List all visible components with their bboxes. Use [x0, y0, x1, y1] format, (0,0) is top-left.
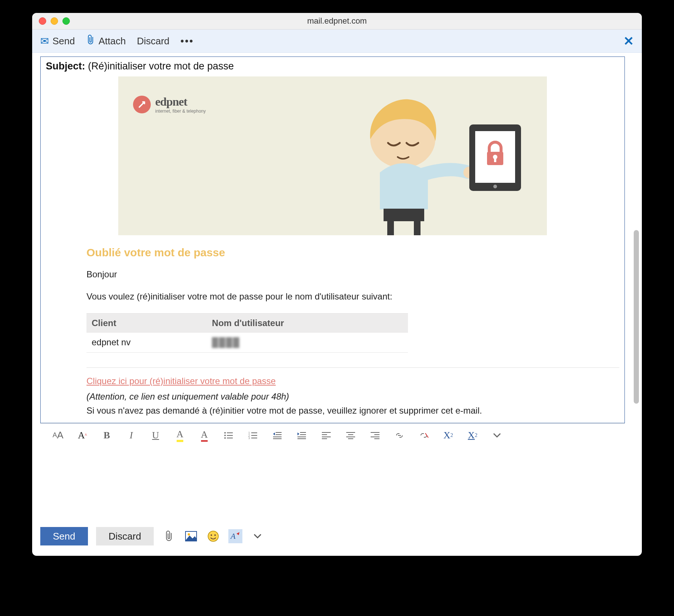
bold-icon[interactable]: B — [100, 429, 113, 442]
align-center-icon[interactable] — [344, 429, 357, 442]
link-icon[interactable] — [393, 429, 406, 442]
disclaimer-text: Si vous n'avez pas demandé à (ré)initier… — [86, 405, 619, 417]
action-more-icon[interactable] — [251, 529, 265, 543]
svg-rect-24 — [276, 434, 282, 435]
indent-icon[interactable] — [295, 429, 309, 442]
subject-line[interactable]: Subject: (Ré)initialiser votre mot de pa… — [44, 59, 621, 75]
highlight-icon[interactable]: A — [173, 429, 187, 442]
discard-action-button[interactable]: Discard — [96, 527, 154, 545]
format-more-icon[interactable] — [490, 429, 504, 442]
note-text: (Attention, ce lien est uniquement valab… — [86, 391, 619, 403]
svg-rect-33 — [322, 437, 331, 437]
svg-rect-20 — [251, 435, 257, 436]
svg-point-15 — [224, 437, 226, 439]
email-heading: Oublié votre mot de passe — [86, 246, 619, 259]
hero-banner: edpnet internet, fiber & telephony — [118, 76, 547, 235]
editor-frame: Subject: (Ré)initialiser votre mot de pa… — [40, 57, 625, 423]
zoom-window-button[interactable] — [62, 17, 70, 25]
insert-image-icon[interactable] — [184, 529, 198, 543]
intro-text: Vous voulez (ré)initialiser votre mot de… — [86, 291, 619, 302]
italic-icon[interactable]: I — [125, 429, 138, 442]
greeting-text: Bonjour — [86, 268, 619, 280]
format-toolbar: AA A^ B I U A A 123 X2 — [40, 423, 625, 447]
top-toolbar: ✉ Send Attach Discard ••• ✕ — [32, 30, 642, 53]
more-icon: ••• — [181, 35, 194, 47]
minimize-window-button[interactable] — [51, 17, 58, 25]
align-right-icon[interactable] — [368, 429, 382, 442]
email-body[interactable]: edpnet internet, fiber & telephony — [44, 76, 621, 421]
emoji-icon[interactable] — [206, 529, 220, 543]
number-list-icon[interactable]: 123 — [246, 429, 260, 442]
svg-rect-14 — [227, 435, 233, 436]
svg-rect-31 — [322, 432, 331, 433]
svg-point-13 — [224, 435, 226, 436]
svg-rect-28 — [300, 434, 306, 435]
svg-rect-30 — [297, 438, 306, 439]
superscript-icon[interactable]: X2 — [442, 429, 455, 442]
send-button[interactable]: ✉ Send — [40, 35, 75, 47]
col-username-header: Nom d'utilisateur — [207, 313, 408, 333]
font-size-icon[interactable]: AA — [51, 429, 65, 442]
outdent-icon[interactable] — [271, 429, 284, 442]
svg-point-45 — [208, 531, 218, 541]
svg-rect-16 — [227, 438, 233, 438]
more-button[interactable]: ••• — [181, 35, 194, 47]
formatting-toggle-icon[interactable]: A — [228, 529, 242, 543]
svg-rect-38 — [348, 438, 353, 439]
col-client-header: Client — [86, 313, 207, 333]
traffic-lights — [39, 17, 70, 25]
subject-text: (Ré)initialiser votre mot de passe — [88, 61, 234, 72]
table-row: edpnet nv ████ — [86, 333, 408, 352]
close-compose-button[interactable]: ✕ — [623, 34, 634, 48]
compose-window: mail.edpnet.com ✉ Send Attach Discard ••… — [32, 13, 642, 556]
attach-label: Attach — [99, 35, 126, 47]
scrollbar[interactable] — [633, 53, 640, 522]
send-label: Send — [52, 35, 75, 47]
paperclip-icon — [86, 35, 95, 48]
svg-rect-29 — [297, 437, 306, 437]
compose-canvas[interactable]: Subject: (Ré)initialiser votre mot de pa… — [32, 53, 633, 522]
svg-rect-12 — [227, 432, 233, 433]
send-mail-icon: ✉ — [40, 35, 49, 47]
logo-brand: edpnet — [155, 95, 206, 109]
font-color2-icon[interactable]: A^ — [76, 429, 89, 442]
send-action-button[interactable]: Send — [40, 527, 88, 545]
subscript-icon[interactable]: X2 — [466, 429, 479, 442]
svg-rect-35 — [346, 432, 355, 433]
bullet-list-icon[interactable] — [222, 429, 235, 442]
svg-point-7 — [493, 185, 497, 188]
svg-rect-40 — [374, 434, 379, 435]
svg-rect-27 — [300, 432, 306, 433]
svg-rect-26 — [273, 438, 282, 439]
svg-rect-4 — [414, 221, 421, 235]
svg-rect-18 — [251, 432, 257, 433]
svg-point-47 — [214, 534, 216, 536]
font-color-icon[interactable]: A — [198, 429, 211, 442]
svg-point-11 — [224, 432, 226, 434]
svg-text:A: A — [230, 531, 236, 541]
attach-button[interactable]: Attach — [86, 35, 126, 48]
svg-rect-36 — [348, 434, 353, 435]
logo-tag: internet, fiber & telephony — [155, 109, 206, 114]
scroll-thumb[interactable] — [634, 230, 639, 404]
svg-rect-42 — [374, 438, 379, 439]
reset-password-link[interactable]: Cliquez ici pour (ré)initialiser votre m… — [86, 376, 276, 386]
svg-rect-37 — [346, 437, 355, 437]
svg-rect-23 — [276, 432, 282, 433]
svg-point-44 — [188, 533, 190, 535]
svg-rect-25 — [273, 437, 282, 437]
attach-file-icon[interactable] — [162, 529, 176, 543]
align-left-icon[interactable] — [320, 429, 333, 442]
svg-point-46 — [211, 534, 212, 536]
discard-label: Discard — [137, 35, 169, 47]
close-window-button[interactable] — [39, 17, 46, 25]
svg-text:3: 3 — [248, 437, 250, 439]
svg-rect-10 — [494, 158, 496, 162]
unlink-icon[interactable] — [417, 429, 430, 442]
window-title: mail.edpnet.com — [32, 16, 642, 26]
edpnet-logo: edpnet internet, fiber & telephony — [133, 95, 206, 114]
action-bar: Send Discard A — [32, 522, 642, 556]
underline-icon[interactable]: U — [149, 429, 162, 442]
titlebar: mail.edpnet.com — [32, 13, 642, 30]
discard-button[interactable]: Discard — [137, 35, 169, 47]
